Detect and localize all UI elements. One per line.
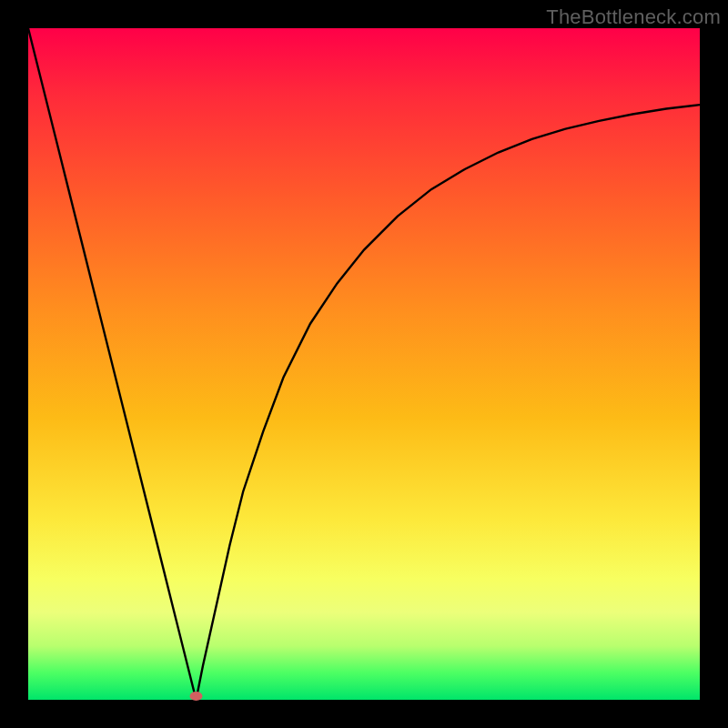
watermark-text: TheBottleneck.com (546, 5, 721, 29)
minimum-marker (190, 692, 203, 701)
bottleneck-curve (28, 28, 700, 700)
chart-frame: TheBottleneck.com (0, 0, 728, 728)
chart-svg (28, 28, 700, 700)
plot-area (28, 28, 700, 700)
